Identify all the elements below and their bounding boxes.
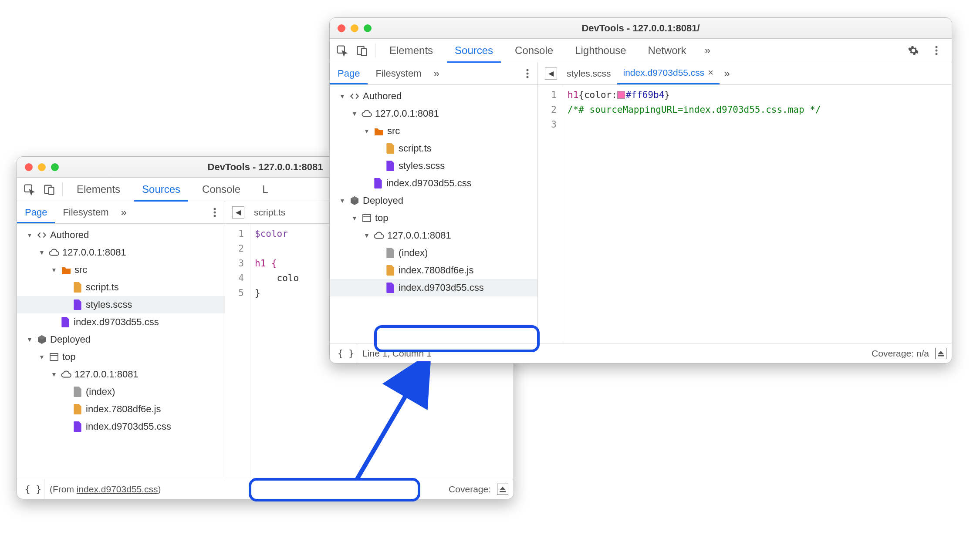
svg-point-15 <box>527 69 529 71</box>
tree-host2[interactable]: ▼127.0.0.1:8081 <box>17 366 225 383</box>
titlebar: DevTools - 127.0.0.1:8081/ <box>330 18 952 39</box>
svg-point-13 <box>936 49 938 51</box>
source-link[interactable]: (From index.d9703d55.css) <box>50 484 161 495</box>
tree-index-js[interactable]: index.7808df6e.js <box>330 262 537 279</box>
gear-icon[interactable] <box>906 44 920 57</box>
tree-styles-scss[interactable]: styles.scss <box>330 157 537 175</box>
tree-src[interactable]: ▼src <box>17 261 225 279</box>
kebab-menu-icon[interactable] <box>207 205 222 220</box>
svg-point-3 <box>214 208 216 210</box>
more-tabs-icon[interactable]: » <box>117 206 131 219</box>
file-icon <box>72 421 83 432</box>
tree-top[interactable]: ▼top <box>17 348 225 366</box>
close-icon[interactable]: × <box>708 67 713 78</box>
box-icon <box>349 195 360 206</box>
sources-subbar: Page Filesystem » ◀ styles.scss index.d9… <box>330 62 952 85</box>
tree-host[interactable]: ▼127.0.0.1:8081 <box>17 244 225 261</box>
tree-styles-scss[interactable]: styles.scss <box>17 296 225 313</box>
frame-icon <box>48 351 60 363</box>
device-icon[interactable] <box>42 182 56 196</box>
tab-console[interactable]: Console <box>194 177 248 202</box>
tab-elements[interactable]: Elements <box>382 38 441 63</box>
subtab-filesystem[interactable]: Filesystem <box>55 202 116 223</box>
subtab-page[interactable]: Page <box>330 63 368 84</box>
tree-host2[interactable]: ▼127.0.0.1:8081 <box>330 227 537 244</box>
close-icon[interactable] <box>338 24 345 32</box>
format-icon[interactable]: { } <box>22 479 44 499</box>
tab-elements[interactable]: Elements <box>69 177 128 202</box>
tree-index[interactable]: (index) <box>17 383 225 400</box>
svg-point-12 <box>936 46 938 48</box>
file-icon <box>385 160 396 172</box>
code-icon <box>349 91 360 102</box>
code-editor[interactable]: h1{color:#ff69b4} /*# sourceMappingURL=i… <box>563 85 952 343</box>
tree-deployed[interactable]: ▼Deployed <box>330 192 537 209</box>
svg-rect-11 <box>362 48 367 55</box>
tree-index-css2[interactable]: index.d9703d55.css <box>17 418 225 435</box>
tree-src[interactable]: ▼src <box>330 122 537 140</box>
file-icon <box>385 143 396 154</box>
svg-rect-6 <box>50 353 58 360</box>
subtab-filesystem[interactable]: Filesystem <box>368 63 429 84</box>
tree-index[interactable]: (index) <box>330 244 537 262</box>
svg-point-16 <box>527 72 529 74</box>
devtools-window-2: DevTools - 127.0.0.1:8081/ Elements Sour… <box>329 17 952 363</box>
kebab-menu-icon[interactable] <box>929 43 944 58</box>
panel-nav-icon[interactable]: ◀ <box>545 67 557 80</box>
zoom-icon[interactable] <box>51 163 59 171</box>
more-tabs-icon[interactable]: » <box>720 67 734 80</box>
line-gutter: 12345 <box>225 224 250 479</box>
file-tab-styles[interactable]: styles.scss <box>561 62 617 84</box>
tree-index-css2[interactable]: index.d9703d55.css <box>330 279 537 296</box>
svg-rect-20 <box>938 355 944 357</box>
format-icon[interactable]: { } <box>335 343 357 363</box>
cloud-icon <box>48 247 60 258</box>
svg-point-14 <box>936 53 938 55</box>
tab-console[interactable]: Console <box>507 38 561 63</box>
tab-sources[interactable]: Sources <box>134 177 188 202</box>
traffic-lights <box>338 24 372 32</box>
tree-authored[interactable]: ▼Authored <box>330 87 537 105</box>
file-icon <box>72 282 83 293</box>
minimize-icon[interactable] <box>351 24 358 32</box>
tab-network[interactable]: Network <box>640 38 694 63</box>
tab-lighthouse[interactable]: Lighthouse <box>567 38 634 63</box>
svg-point-5 <box>214 215 216 217</box>
frame-icon <box>361 212 372 224</box>
kebab-menu-icon[interactable] <box>520 66 535 81</box>
tree-index-css[interactable]: index.d9703d55.css <box>330 175 537 192</box>
eject-icon[interactable] <box>935 348 946 359</box>
panel-nav-icon[interactable]: ◀ <box>232 206 244 219</box>
svg-point-17 <box>527 76 529 78</box>
window-title: DevTools - 127.0.0.1:8081/ <box>330 23 952 34</box>
tree-top[interactable]: ▼top <box>330 209 537 227</box>
eject-icon[interactable] <box>497 484 508 495</box>
minimize-icon[interactable] <box>38 163 46 171</box>
more-tabs-icon[interactable]: » <box>700 44 715 57</box>
cloud-icon <box>61 369 72 380</box>
tree-host[interactable]: ▼127.0.0.1:8081 <box>330 105 537 122</box>
file-icon <box>72 386 83 397</box>
subtab-page[interactable]: Page <box>17 202 55 223</box>
inspect-icon[interactable] <box>22 182 36 196</box>
more-tabs-icon[interactable]: » <box>429 67 444 80</box>
tree-script-ts[interactable]: script.ts <box>330 140 537 157</box>
tree-index-js[interactable]: index.7808df6e.js <box>17 400 225 418</box>
color-swatch-icon[interactable] <box>617 91 625 99</box>
divider <box>375 44 375 57</box>
close-icon[interactable] <box>25 163 33 171</box>
tree-authored[interactable]: ▼Authored <box>17 226 225 244</box>
folder-icon <box>61 264 72 276</box>
tree-script-ts[interactable]: script.ts <box>17 279 225 296</box>
device-icon[interactable] <box>355 44 369 57</box>
file-tab-label: index.d9703d55.css <box>623 67 705 78</box>
file-tab-script[interactable]: script.ts <box>248 201 291 223</box>
zoom-icon[interactable] <box>364 24 372 32</box>
tab-truncated[interactable]: L <box>254 177 276 202</box>
tree-index-css[interactable]: index.d9703d55.css <box>17 313 225 331</box>
inspect-icon[interactable] <box>335 44 349 57</box>
tree-deployed[interactable]: ▼Deployed <box>17 331 225 348</box>
tab-sources[interactable]: Sources <box>447 38 501 63</box>
file-icon <box>385 282 396 293</box>
file-tab-index-css[interactable]: index.d9703d55.css× <box>617 62 720 84</box>
